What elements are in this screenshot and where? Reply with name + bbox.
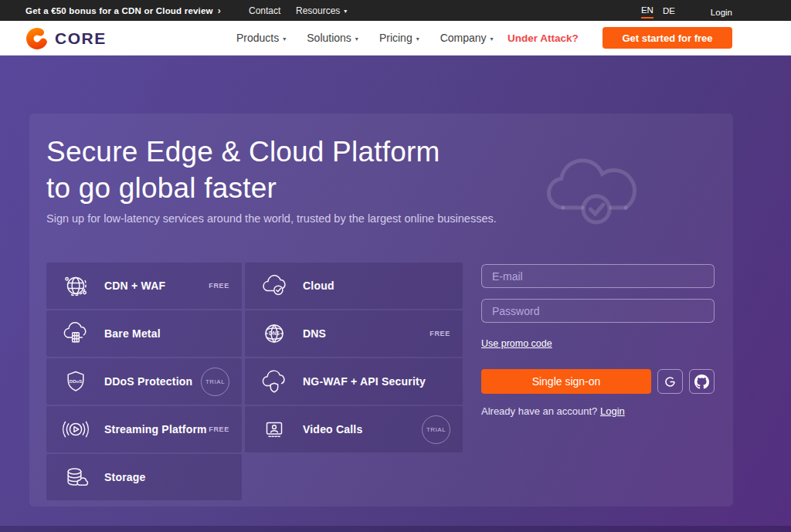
google-signin-button[interactable]	[657, 369, 683, 394]
promo-banner-link[interactable]: Get a €50 bonus for a CDN or Cloud revie…	[25, 5, 221, 16]
contact-link[interactable]: Contact	[249, 5, 280, 16]
free-badge: FREE	[209, 282, 229, 290]
lang-en-button[interactable]: EN	[641, 5, 654, 19]
top-announcement-bar: Get a €50 bonus for a CDN or Cloud revie…	[0, 0, 791, 21]
product-tile-dns[interactable]: DNS DNS FREE	[245, 310, 463, 357]
product-tile-ngwaf-api-security[interactable]: NG-WAF + API Security	[245, 358, 463, 405]
resources-label: Resources	[296, 5, 340, 16]
resources-menu[interactable]: Resources▾	[296, 5, 347, 16]
product-tile-video-calls[interactable]: Video Calls TRIAL	[245, 406, 463, 452]
password-field[interactable]	[481, 299, 715, 323]
nav-products-label: Products	[236, 32, 279, 44]
nav-company[interactable]: Company▾	[440, 32, 494, 44]
github-signin-button[interactable]	[689, 369, 715, 394]
hero-title: Secure Edge & Cloud Platform to go globa…	[46, 134, 440, 206]
use-promo-code-link[interactable]: Use promo code	[481, 338, 552, 349]
chevron-down-icon: ▾	[416, 36, 419, 42]
streaming-platform-icon	[60, 414, 91, 445]
dns-icon-label: DNS	[269, 330, 280, 336]
product-tile-streaming-platform[interactable]: Streaming Platform FREE	[46, 406, 242, 452]
product-tile-ddos-protection[interactable]: DDoS DDoS Protection TRIAL	[46, 358, 242, 405]
product-tile-storage[interactable]: Storage	[46, 454, 242, 500]
lang-de-button[interactable]: DE	[663, 6, 675, 18]
get-started-button[interactable]: Get started for free	[603, 27, 732, 49]
product-label: Video Calls	[303, 423, 362, 435]
chevron-right-icon: ›	[218, 5, 221, 16]
product-tile-cloud[interactable]: Cloud	[245, 263, 463, 309]
gcore-logo[interactable]: CORE	[25, 27, 107, 50]
chevron-down-icon: ▾	[491, 36, 494, 42]
product-label: Bare Metal	[104, 327, 161, 340]
product-label: Storage	[104, 471, 146, 483]
nav-solutions[interactable]: Solutions▾	[307, 32, 358, 44]
free-badge: FREE	[209, 425, 229, 433]
ddos-icon-label: DDoS	[70, 379, 82, 384]
cloud-icon	[259, 270, 290, 301]
nav-company-label: Company	[440, 32, 487, 44]
form-login-link[interactable]: Login	[600, 405, 625, 417]
github-icon	[694, 374, 709, 389]
language-switcher: EN DE Login	[641, 5, 732, 19]
logo-wordmark: CORE	[55, 29, 107, 48]
google-icon	[662, 374, 678, 390]
nav-pricing-label: Pricing	[379, 32, 412, 44]
promo-text: Get a €50 bonus for a CDN or Cloud revie…	[25, 6, 213, 15]
video-calls-icon	[259, 414, 290, 445]
hero-section: Secure Edge & Cloud Platform to go globa…	[0, 56, 791, 532]
already-have-account-text: Already have an account? Login	[481, 405, 715, 417]
email-field[interactable]	[481, 264, 715, 288]
topbar-login-link[interactable]: Login	[711, 8, 732, 17]
chevron-down-icon: ▾	[355, 36, 358, 42]
hero-title-line1: Secure Edge & Cloud Platform	[46, 134, 440, 170]
hero-panel: Secure Edge & Cloud Platform to go globa…	[29, 114, 733, 507]
chevron-down-icon: ▾	[283, 36, 286, 42]
product-label: CDN + WAF	[104, 280, 165, 292]
product-grid: CDN + WAF FREE Cloud	[46, 263, 463, 500]
signup-buttons-row: Single sign-on	[481, 369, 715, 394]
hero-subtitle: Sign up for low-latency services around …	[46, 212, 497, 225]
cdn-waf-icon	[60, 270, 91, 301]
main-navbar: CORE Products▾ Solutions▾ Pricing▾ Compa…	[0, 21, 791, 56]
gcore-logo-icon	[25, 27, 49, 50]
nav-pricing[interactable]: Pricing▾	[379, 32, 419, 44]
signup-form: Use promo code Single sign-on Already ha…	[481, 264, 715, 417]
bare-metal-icon	[60, 318, 91, 349]
product-label: Streaming Platform	[104, 423, 207, 435]
product-tile-bare-metal[interactable]: Bare Metal	[46, 310, 242, 357]
free-badge: FREE	[429, 330, 450, 337]
product-label: NG-WAF + API Security	[303, 375, 426, 388]
nav-solutions-label: Solutions	[307, 32, 351, 44]
product-label: DDoS Protection	[104, 375, 192, 388]
storage-icon	[60, 462, 91, 493]
chevron-down-icon: ▾	[344, 8, 347, 15]
nav-menu: Products▾ Solutions▾ Pricing▾ Company▾	[236, 21, 494, 55]
trial-badge: TRIAL	[201, 368, 229, 396]
ngwaf-api-security-icon	[259, 366, 290, 397]
product-tile-cdn-waf[interactable]: CDN + WAF FREE	[46, 263, 242, 309]
product-label: Cloud	[303, 280, 334, 292]
under-attack-link[interactable]: Under Attack?	[508, 21, 579, 55]
product-label: DNS	[303, 327, 326, 340]
trial-badge: TRIAL	[422, 415, 450, 444]
hero-title-line2: to go global faster	[46, 170, 440, 206]
dns-icon: DNS	[259, 318, 290, 349]
account-question: Already have an account?	[481, 405, 600, 417]
ddos-protection-icon: DDoS	[60, 366, 91, 397]
single-sign-on-button[interactable]: Single sign-on	[481, 369, 651, 394]
cloud-check-decoration-icon	[539, 146, 655, 239]
nav-products[interactable]: Products▾	[236, 32, 286, 44]
